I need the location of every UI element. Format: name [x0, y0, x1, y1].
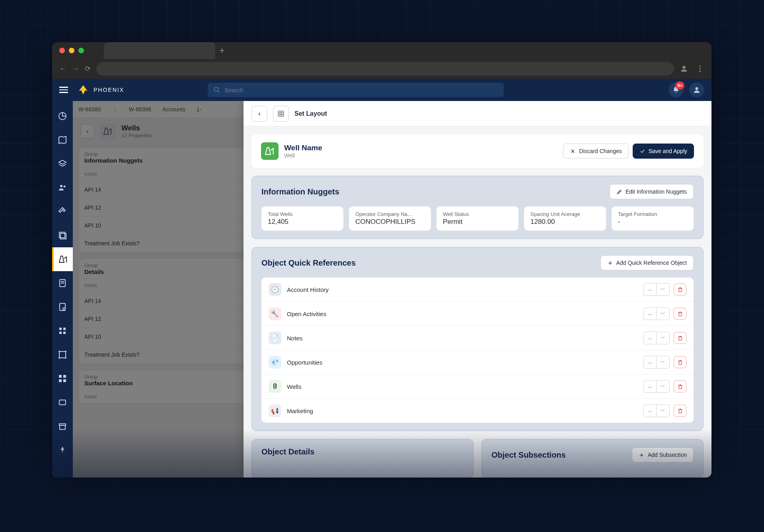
sidebar-item-forms-2[interactable] [52, 295, 73, 319]
svg-rect-29 [63, 379, 66, 382]
sidebar-item-map[interactable] [52, 128, 73, 152]
kebab-icon[interactable] [696, 64, 704, 73]
browser-reload[interactable]: ⟳ [85, 64, 91, 73]
sidebar-item-contacts[interactable] [52, 176, 73, 200]
sidebar-item-grid[interactable] [52, 367, 73, 390]
move-up-button[interactable]: ︿ [644, 283, 657, 295]
pencil-icon [616, 189, 622, 195]
svg-point-22 [58, 351, 60, 352]
sidebar-item-bounds[interactable] [52, 343, 73, 367]
grid-layout-button[interactable] [273, 106, 289, 122]
svg-rect-19 [59, 332, 62, 334]
window-minimize[interactable] [69, 48, 74, 53]
info-nuggets-title: Information Nuggets [261, 187, 339, 196]
nugget-label: Total Wells [268, 211, 337, 217]
sidebar-item-slides[interactable] [52, 390, 73, 414]
delete-button[interactable] [674, 356, 686, 368]
add-subsection-button[interactable]: Add Subsection [632, 447, 694, 462]
browser-tab[interactable] [104, 42, 215, 59]
phoenix-icon [76, 84, 90, 95]
notifications-button[interactable]: 9+ [668, 82, 684, 97]
ref-icon: 📄 [269, 332, 281, 344]
trash-icon [677, 408, 683, 414]
search-placeholder: Search [224, 87, 244, 93]
notification-badge: 9+ [675, 82, 684, 89]
add-subsection-label: Add Subsection [648, 452, 687, 458]
user-icon [693, 86, 701, 94]
move-down-button[interactable]: ﹀ [657, 308, 669, 320]
move-up-button[interactable]: ︿ [644, 332, 657, 344]
move-up-button[interactable]: ︿ [644, 356, 657, 368]
move-down-button[interactable]: ﹀ [657, 381, 669, 392]
brand-logo[interactable]: PHOENIX [76, 84, 124, 95]
hamburger-menu[interactable] [59, 87, 68, 93]
discard-label: Discard Changes [579, 148, 622, 154]
move-down-button[interactable]: ﹀ [657, 332, 669, 344]
url-input[interactable] [96, 62, 674, 76]
move-down-button[interactable]: ﹀ [657, 405, 669, 417]
close-icon [570, 148, 576, 154]
search-input[interactable]: Search [208, 83, 504, 97]
window-maximize[interactable] [78, 48, 84, 53]
svg-point-3 [699, 71, 701, 72]
browser-back[interactable]: ← [59, 65, 66, 73]
window-close[interactable] [59, 48, 65, 53]
move-up-button[interactable]: ︿ [644, 405, 657, 417]
delete-button[interactable] [674, 332, 686, 344]
panel-title: Set Layout [294, 110, 327, 117]
add-quick-ref-button[interactable]: Add Quick Reference Object [600, 255, 694, 270]
svg-point-0 [682, 66, 685, 69]
svg-point-2 [699, 68, 701, 70]
sidebar [52, 101, 73, 478]
plus-icon [607, 260, 613, 266]
delete-button[interactable] [674, 283, 686, 295]
ref-label: Marketing [287, 408, 638, 414]
move-down-button[interactable]: ﹀ [657, 283, 669, 295]
entity-card: Well Name Well Discard Changes [251, 134, 704, 168]
svg-line-5 [218, 91, 220, 93]
quick-ref-row: 📄 Notes ︿ ﹀ [261, 326, 694, 350]
svg-point-6 [696, 87, 698, 90]
svg-rect-27 [63, 375, 66, 378]
panel-back-button[interactable]: ‹ [251, 106, 267, 122]
sidebar-item-apps[interactable] [52, 319, 73, 343]
edit-nuggets-button[interactable]: Edit Information Nuggets [610, 184, 694, 199]
nugget: Spacing Unit Acerage1280.00 [524, 206, 606, 231]
nugget-value: Permit [443, 218, 512, 226]
info-nuggets-card: Information Nuggets Edit Information Nug… [251, 176, 704, 239]
sidebar-item-wells[interactable] [52, 247, 73, 271]
trash-icon [677, 384, 683, 390]
move-up-button[interactable]: ︿ [644, 381, 657, 392]
save-button[interactable]: Save and Apply [633, 144, 694, 159]
new-tab-button[interactable]: + [219, 45, 225, 56]
sidebar-item-files[interactable] [52, 223, 73, 247]
nugget: Operator Company Na...CONOCOPHILLIPS [349, 206, 431, 231]
sidebar-item-dashboard[interactable] [52, 104, 73, 128]
nugget: Well StatusPermit [437, 206, 518, 231]
ref-label: Notes [287, 335, 638, 342]
profile-icon[interactable] [680, 64, 688, 73]
svg-point-23 [65, 351, 66, 352]
svg-point-8 [60, 185, 62, 187]
ref-label: Wells [287, 383, 638, 390]
quick-ref-row: 💎 Opportunities ︿ ﹀ [261, 350, 694, 375]
sidebar-item-forms-1[interactable] [52, 271, 73, 295]
move-down-button[interactable]: ﹀ [657, 356, 669, 368]
account-button[interactable] [689, 82, 704, 97]
ref-label: Open Activities [287, 311, 638, 317]
discard-button[interactable]: Discard Changes [563, 144, 628, 159]
browser-tab-bar: + [52, 42, 711, 59]
delete-button[interactable] [674, 381, 686, 392]
ref-icon: 🕘 [269, 283, 281, 296]
delete-button[interactable] [674, 308, 686, 320]
sidebar-item-deals[interactable] [52, 200, 73, 223]
sidebar-item-archive[interactable] [52, 414, 73, 438]
entity-title: Well Name [284, 144, 322, 152]
nugget: Target Formation- [612, 206, 694, 231]
sidebar-item-layers[interactable] [52, 152, 73, 176]
delete-button[interactable] [674, 405, 686, 417]
sidebar-item-phoenix[interactable] [52, 438, 73, 462]
svg-rect-26 [59, 375, 62, 378]
browser-forward[interactable]: → [72, 65, 79, 73]
move-up-button[interactable]: ︿ [644, 308, 657, 320]
